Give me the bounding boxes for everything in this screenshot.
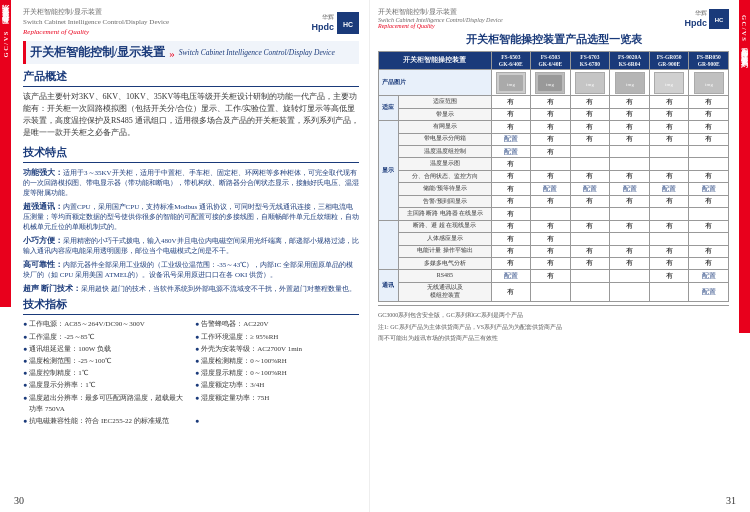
- product-overview-title: 产品概述: [23, 69, 359, 87]
- table-row: 温度显示图 有: [379, 158, 729, 170]
- spec-item-5: ●温度控制精度：1℃: [23, 368, 187, 379]
- table-row: 分、合闸状态、监控方向 有有有有有有: [379, 170, 729, 182]
- feature-human-sensor: 人体感应显示: [399, 233, 491, 245]
- page-header-left: 开关柜智能控制/显示装置 Switch Cabinet Intelligence…: [23, 8, 359, 37]
- table-row: 无线通讯以及模组控装置 有配置: [379, 282, 729, 302]
- table-row: 电能计量 操作平输出 有有有有有有: [379, 245, 729, 257]
- right-band-text: GC/VS系列摆控显示装置系列: [741, 15, 749, 57]
- note-line-1: GC3000系列包含安全版，GC系列和GC系列是两个产品: [378, 311, 729, 319]
- spec-item-r3: ●外壳为安装等级：AC2700V 1min: [195, 344, 359, 355]
- tech-feature-4: 高可靠性：内部元器件全部采用工业级的（工业级位温范围：-35～43℃），内部IC…: [23, 259, 359, 280]
- col-header-1: FS-6503GK-6/40E: [491, 52, 531, 70]
- table-row: 通讯 RS485 配置有有配置: [379, 270, 729, 282]
- spec-item-r2: ●工作环境温度：≥ 95%RH: [195, 332, 359, 343]
- right-page: GC/VS系列摆控显示装置系列 开关柜智能控制/显示装置 Switch Cabi…: [370, 0, 750, 512]
- table-row: 带电显示分闸箱 配置有有有有有: [379, 133, 729, 145]
- tech-feature-2: 超强通讯：内置CPU，采用国产CPU，支持标准Modbus 通讯协议，可同时型号…: [23, 201, 359, 232]
- header-text-left: 开关柜智能控制/显示装置 Switch Cabinet Intelligence…: [23, 8, 169, 37]
- hpdc-logo: 华辉 Hpdc: [312, 13, 335, 32]
- product-selection-table: 开关柜智能操控装置 FS-6503GK-6/40E FS-6503GK-6/40…: [378, 51, 729, 302]
- product-img-4: img: [610, 70, 650, 96]
- table-row: 适应 适应范围 有有有有有有: [379, 96, 729, 108]
- tech-feature-3: 小巧方便：采用精密的小巧干式拨电，输入480V并且电位内电磁空间采用光纤端离，邮…: [23, 235, 359, 256]
- category-other: [379, 220, 399, 270]
- spec-item-r4: ●温度检测精度：0～100%RH: [195, 356, 359, 367]
- table-row: 断路、避 超 在现线显示 有有有有有有: [379, 220, 729, 232]
- table-row: 温度温度组控制 配置有: [379, 146, 729, 158]
- page-number-left: 30: [14, 495, 24, 506]
- left-page: GC/VS系列摆控显示装置系列 开关柜智能控制/显示装置 Switch Cabi…: [0, 0, 370, 512]
- product-image-row: 产品图片 img img img: [379, 70, 729, 96]
- category-comm: 通讯: [379, 270, 399, 302]
- spec-item-r7: ●湿度额定量功率：75H: [195, 393, 359, 415]
- product-overview-text: 该产品主要针对3KV、6KV、10KV、35KV等电压等级开关柜设计研制的功能一…: [23, 91, 359, 139]
- tech-features-section: 技术特点 功能强大：适用于3～35KV开关柜，适用于中置柜、手车柜、固定柜、环网…: [23, 145, 359, 294]
- category-display: 显示: [379, 121, 399, 221]
- product-img-2: img: [531, 70, 571, 96]
- svg-text:img: img: [546, 82, 554, 87]
- table-title: 开关柜智能操控装置产品选型一览表: [378, 32, 729, 47]
- tech-feature-1: 功能强大：适用于3～35KV开关柜，适用于中置柜、手车柜、固定柜、环网柜等多种柜…: [23, 167, 359, 198]
- feature-main-circuit: 主回路 断路 电路器 在线显示: [399, 208, 491, 220]
- feature-energy-storage: 储能/预等待显示: [399, 183, 491, 195]
- feature-net-display: 有网显示: [399, 121, 491, 133]
- page-number-right: 31: [726, 495, 736, 506]
- tech-specs-title: 技术指标: [23, 297, 359, 315]
- tech-features-title: 技术特点: [23, 145, 359, 163]
- table-row: 主回路 断路 电路器 在线显示 有: [379, 208, 729, 220]
- feature-wireless: 无线通讯以及模组控装置: [399, 282, 491, 302]
- tech-feature-5: 超声 断门技术：采用超快 超门的技术，当软件系统到外部电源不流域变不干扰，外置超…: [23, 283, 359, 294]
- table-row: 带显示 有有有有有有: [379, 108, 729, 120]
- svg-text:img: img: [626, 82, 634, 87]
- feature-multi-analysis: 多媒多电气分析: [399, 257, 491, 269]
- product-img-5: img: [649, 70, 689, 96]
- title-arrows: »: [169, 47, 175, 59]
- col-header-3: FS-6703KS-6780: [570, 52, 610, 70]
- feature-disconnect-display: 断路、避 超 在现线显示: [399, 220, 491, 232]
- col-header-5: FS-GR050GR-900E: [649, 52, 689, 70]
- feature-switch-status: 分、合闸状态、监控方向: [399, 170, 491, 182]
- note-line-3: 而不可能出为超讯市场的供货商产品三有效性: [378, 334, 729, 342]
- table-row: 显示 有网显示 有有有有有有: [379, 121, 729, 133]
- svg-text:img: img: [507, 82, 515, 87]
- image-row-label: 产品图片: [379, 70, 492, 96]
- table-row: 人体感应显示 有有: [379, 233, 729, 245]
- specs-grid: ●工作电源：AC85～264V/DC90～300V ●告警蜂鸣器：AC220V …: [23, 319, 359, 427]
- feature-shida-fanwei: 适应范围: [399, 96, 491, 108]
- main-title-bar: 开关柜智能控制/显示装置 » Switch Cabinet Intelligen…: [23, 41, 359, 64]
- feature-alarm-display: 告警/预到回显示: [399, 195, 491, 207]
- table-row: 告警/预到回显示 有有有有有有: [379, 195, 729, 207]
- main-title-cn: 开关柜智能控制/显示装置: [30, 44, 165, 61]
- note-line-2: 注1: GC系列产品为主体供货商产品，VS系列产品为为配套供货商产品: [378, 323, 729, 331]
- product-img-6: img: [689, 70, 729, 96]
- spec-item-4: ●温度检测范围：-25～100℃: [23, 356, 187, 367]
- feature-energy-meter: 电能计量 操作平输出: [399, 245, 491, 257]
- left-red-band: GC/VS系列摆控显示装置系列: [0, 0, 11, 512]
- spec-item-6: ●温度显示分辨率：1℃: [23, 380, 187, 391]
- product-overview-section: 产品概述 该产品主要针对3KV、6KV、10KV、35KV等电压等级开关柜设计研…: [23, 69, 359, 139]
- table-header-main: 开关柜智能操控装置: [379, 52, 492, 70]
- svg-text:img: img: [705, 82, 713, 87]
- right-logo-container: 华辉 Hpdc HC: [685, 9, 730, 29]
- spec-item-7: ●温度超出分辨率：最多可匹配两路温度，超载最大功率 750VA: [23, 393, 187, 415]
- spec-item-1: ●工作电源：AC85～264V/DC90～300V: [23, 319, 187, 330]
- col-header-2: FS-6503GK-6/40E: [531, 52, 571, 70]
- svg-text:img: img: [665, 82, 673, 87]
- table-notes: GC3000系列包含安全版，GC系列和GC系列是两个产品 注1: GC系列产品为…: [378, 305, 729, 342]
- col-header-4: FS-9020AKS-6R04: [610, 52, 650, 70]
- right-red-band: GC/VS系列摆控显示装置系列: [739, 0, 750, 512]
- right-page-header: 开关柜智能控制/显示装置 Switch Cabinet Intelligence…: [378, 8, 729, 29]
- feature-display: 带显示: [399, 108, 491, 120]
- spec-item-r8: ●: [195, 416, 359, 427]
- feature-temp-control: 温度温度组控制: [399, 146, 491, 158]
- spec-item-r1: ●告警蜂鸣器：AC220V: [195, 319, 359, 330]
- spec-item-r5: ●湿度显示精度：0～100%RH: [195, 368, 359, 379]
- right-header-text: 开关柜智能控制/显示装置 Switch Cabinet Intelligence…: [378, 8, 503, 29]
- spec-item-r6: ●温度额定功率：3/4H: [195, 380, 359, 391]
- svg-text:img: img: [586, 82, 594, 87]
- svg-text:HC: HC: [715, 17, 724, 23]
- category-shida: 适应: [379, 96, 399, 121]
- product-img-3: img: [570, 70, 610, 96]
- right-logo-text: 华辉 Hpdc: [685, 9, 708, 28]
- table-row: 多媒多电气分析 有有有有有有: [379, 257, 729, 269]
